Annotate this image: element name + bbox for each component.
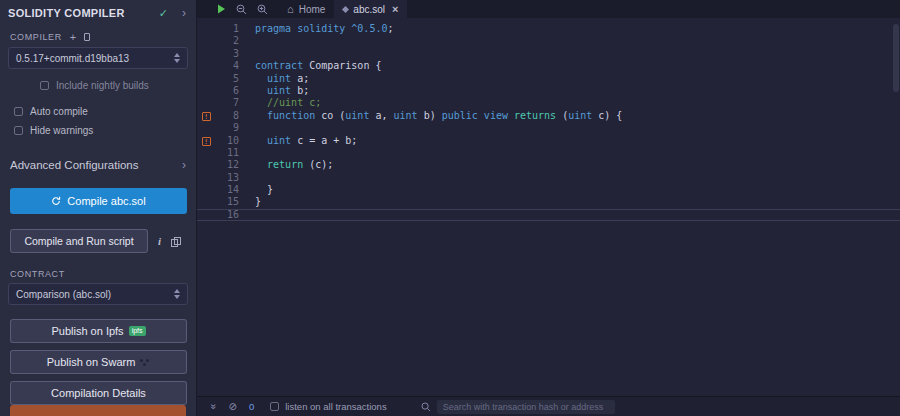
solidity-compiler-panel: SOLIDITY COMPILER ✓ › COMPILER + 0.5.17+… bbox=[0, 0, 197, 416]
contract-label: CONTRACT bbox=[10, 269, 65, 279]
line-number: 8 bbox=[215, 110, 239, 122]
clear-console-icon[interactable]: ⊘ bbox=[229, 401, 237, 412]
code-line[interactable]: 13 bbox=[197, 172, 900, 184]
compile-button[interactable]: Compile abc.sol bbox=[10, 188, 187, 214]
auto-compile-checkbox[interactable] bbox=[14, 107, 23, 116]
auto-compile-option: Auto compile bbox=[14, 106, 188, 117]
warning-icon[interactable]: ! bbox=[202, 137, 211, 146]
copy-icon[interactable] bbox=[171, 237, 179, 246]
line-number: 1 bbox=[215, 23, 239, 35]
tab-home[interactable]: ⌂ Home bbox=[278, 0, 334, 18]
contract-section-header: CONTRACT bbox=[0, 253, 196, 281]
topbar-icons bbox=[197, 0, 278, 18]
select-arrows-icon bbox=[174, 289, 180, 299]
code-text: //uint c; bbox=[255, 97, 321, 109]
code-line[interactable]: 3 bbox=[197, 48, 900, 60]
advanced-configurations-toggle[interactable]: Advanced Configurations › bbox=[0, 158, 196, 172]
code-line[interactable]: 5 uint a; bbox=[197, 73, 900, 85]
code-line[interactable]: 9 bbox=[197, 122, 900, 134]
line-number: 15 bbox=[215, 196, 239, 208]
zoom-in-icon[interactable] bbox=[257, 4, 268, 15]
hide-warnings-label: Hide warnings bbox=[30, 125, 93, 136]
close-tab-icon[interactable]: × bbox=[392, 3, 398, 15]
hide-warnings-checkbox[interactable] bbox=[14, 126, 23, 135]
line-number: 10 bbox=[215, 135, 239, 147]
refresh-icon bbox=[51, 196, 61, 206]
compiler-section-header: COMPILER + bbox=[0, 24, 196, 45]
transaction-count-badge: 0 bbox=[249, 401, 254, 412]
listen-transactions-checkbox[interactable] bbox=[270, 402, 279, 411]
line-number: 13 bbox=[215, 172, 239, 184]
contract-select-value: Comparison (abc.sol) bbox=[16, 289, 111, 300]
code-line[interactable]: 12 return (c); bbox=[197, 159, 900, 171]
code-editor[interactable]: 1pragma solidity ^0.5.0;234contract Comp… bbox=[197, 18, 900, 396]
compile-run-row: Compile and Run script i bbox=[10, 229, 186, 253]
line-number: 2 bbox=[215, 35, 239, 47]
advanced-configurations-label: Advanced Configurations bbox=[10, 159, 139, 171]
home-icon: ⌂ bbox=[287, 3, 294, 15]
nightly-builds-label: Include nightly builds bbox=[56, 80, 149, 91]
editor-lines: 1pragma solidity ^0.5.0;234contract Comp… bbox=[197, 23, 900, 221]
editor-scrollbar[interactable] bbox=[893, 24, 899, 92]
gutter: ! bbox=[197, 110, 215, 122]
line-number: 16 bbox=[215, 210, 239, 220]
code-line[interactable]: 7 //uint c; bbox=[197, 97, 900, 109]
gutter bbox=[197, 159, 215, 171]
gutter bbox=[197, 97, 215, 109]
publish-swarm-label: Publish on Swarm bbox=[47, 356, 136, 368]
gutter bbox=[197, 85, 215, 97]
code-text: } bbox=[255, 184, 273, 196]
zoom-out-icon[interactable] bbox=[236, 4, 247, 15]
gutter bbox=[197, 60, 215, 72]
editor-topbar: ⌂ Home abc.sol × bbox=[197, 0, 900, 18]
partial-bottom-button[interactable] bbox=[10, 405, 186, 416]
publish-ipfs-label: Publish on Ipfs bbox=[51, 325, 123, 337]
gutter: ! bbox=[197, 135, 215, 147]
info-icon[interactable]: i bbox=[158, 235, 161, 247]
main-area: ⌂ Home abc.sol × 1pragma solidity ^0.5.0… bbox=[197, 0, 900, 416]
code-line[interactable]: 14 } bbox=[197, 184, 900, 196]
code-text: return (c); bbox=[255, 159, 333, 171]
run-script-icon[interactable] bbox=[217, 4, 226, 14]
code-line[interactable]: 2 bbox=[197, 35, 900, 47]
code-line[interactable]: !8 function co (uint a, uint b) public v… bbox=[197, 110, 900, 122]
code-line[interactable]: 16 bbox=[197, 209, 900, 221]
code-text: contract Comparison { bbox=[255, 60, 381, 72]
compile-button-label: Compile abc.sol bbox=[67, 195, 145, 207]
code-line[interactable]: 6 uint b; bbox=[197, 85, 900, 97]
compilation-details-label: Compilation Details bbox=[51, 387, 146, 399]
tab-abc-sol[interactable]: abc.sol × bbox=[334, 0, 407, 18]
chevron-right-icon[interactable]: › bbox=[182, 6, 186, 20]
line-number: 5 bbox=[215, 73, 239, 85]
gutter bbox=[197, 48, 215, 60]
code-line[interactable]: !10 uint c = a + b; bbox=[197, 135, 900, 147]
code-line[interactable]: 1pragma solidity ^0.5.0; bbox=[197, 23, 900, 35]
search-icon bbox=[421, 402, 431, 412]
code-line[interactable]: 4contract Comparison { bbox=[197, 60, 900, 72]
nightly-builds-checkbox[interactable] bbox=[40, 81, 49, 90]
contract-select[interactable]: Comparison (abc.sol) bbox=[8, 283, 188, 305]
code-line[interactable]: 15} bbox=[197, 196, 900, 208]
line-number: 9 bbox=[215, 122, 239, 134]
compiler-version-select[interactable]: 0.5.17+commit.d19bba13 bbox=[8, 47, 188, 69]
auto-compile-label: Auto compile bbox=[30, 106, 88, 117]
solidity-icon bbox=[342, 5, 349, 12]
line-number: 14 bbox=[215, 184, 239, 196]
compile-and-run-button[interactable]: Compile and Run script bbox=[10, 229, 148, 253]
tab-abc-sol-label: abc.sol bbox=[353, 4, 385, 15]
line-number: 6 bbox=[215, 85, 239, 97]
expand-terminal-icon[interactable]: » bbox=[208, 404, 219, 410]
publish-swarm-button[interactable]: Publish on Swarm bbox=[10, 350, 187, 374]
gutter bbox=[197, 23, 215, 35]
gutter bbox=[197, 196, 215, 208]
code-text: pragma solidity ^0.5.0; bbox=[255, 23, 393, 35]
warning-icon[interactable]: ! bbox=[202, 112, 211, 121]
ipfs-badge: ipfs bbox=[129, 326, 146, 336]
add-compiler-icon[interactable]: + bbox=[70, 33, 76, 42]
compilation-details-button[interactable]: Compilation Details bbox=[10, 381, 187, 405]
transaction-search-input[interactable] bbox=[437, 400, 615, 414]
compiler-version-value: 0.5.17+commit.d19bba13 bbox=[16, 53, 129, 64]
code-line[interactable]: 11 bbox=[197, 147, 900, 159]
publish-ipfs-button[interactable]: Publish on Ipfs ipfs bbox=[10, 319, 187, 343]
file-icon[interactable] bbox=[84, 33, 90, 41]
